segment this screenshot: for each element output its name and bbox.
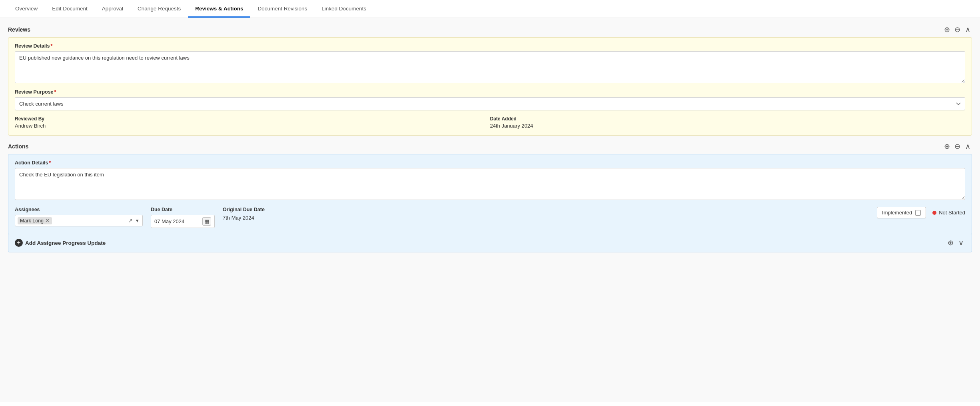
tab-change-requests[interactable]: Change Requests <box>130 0 188 18</box>
reviewed-by-label: Reviewed By <box>15 116 490 122</box>
action-fields-row: Assignees Mark Long ✕ ↗ ▾ Due Date 07 Ma… <box>15 207 965 228</box>
date-added-value: 24th January 2024 <box>490 123 966 129</box>
reviewed-by-value: Andrew Birch <box>15 123 490 129</box>
reviews-collapse-button[interactable]: ∧ <box>963 25 972 34</box>
implemented-label: Implemented <box>882 210 912 216</box>
tab-reviews-actions[interactable]: Reviews & Actions <box>188 0 250 18</box>
date-added-item: Date Added 24th January 2024 <box>490 116 966 129</box>
review-purpose-label: Review Purpose* <box>15 89 965 95</box>
progress-collapse-button[interactable]: ∨ <box>956 238 965 247</box>
add-progress-label: Add Assignee Progress Update <box>25 240 106 246</box>
due-date-value: 07 May 2024 <box>154 218 199 224</box>
assignee-name: Mark Long <box>20 218 44 224</box>
original-due-date-value: 7th May 2024 <box>223 215 303 221</box>
status-label: Not Started <box>939 210 965 216</box>
actions-section-title: Actions <box>8 143 28 150</box>
review-meta: Reviewed By Andrew Birch Date Added 24th… <box>15 116 965 129</box>
due-date-label: Due Date <box>151 207 215 212</box>
reviews-remove-button[interactable]: ⊖ <box>953 25 962 34</box>
original-due-date-label: Original Due Date <box>223 207 303 212</box>
reviews-section-header: Reviews ⊕ ⊖ ∧ <box>8 25 972 34</box>
status-block: Implemented Not Started <box>311 207 965 218</box>
review-details-textarea[interactable]: EU published new guidance on this regula… <box>15 51 965 83</box>
actions-add-button[interactable]: ⊕ <box>942 142 951 151</box>
review-details-label: Review Details* <box>15 43 965 49</box>
actions-section-header: Actions ⊕ ⊖ ∧ <box>8 142 972 151</box>
tab-edit-document[interactable]: Edit Document <box>45 0 95 18</box>
assignee-dropdown-button[interactable]: ▾ <box>135 217 140 224</box>
assignee-external-link-button[interactable]: ↗ <box>127 217 134 224</box>
calendar-button[interactable]: ▦ <box>202 217 211 226</box>
action-panel: Action Details* Check the EU legislation… <box>8 154 972 235</box>
reviews-section-title: Reviews <box>8 26 30 33</box>
review-panel: Review Details* EU published new guidanc… <box>8 37 972 136</box>
review-purpose-select[interactable]: Check current laws <box>15 97 965 110</box>
actions-section-controls: ⊕ ⊖ ∧ <box>942 142 972 151</box>
progress-header: + Add Assignee Progress Update ⊕ ∨ <box>15 238 965 247</box>
tab-document-revisions[interactable]: Document Revisions <box>250 0 314 18</box>
assignees-block: Assignees Mark Long ✕ ↗ ▾ <box>15 207 143 226</box>
tab-linked-documents[interactable]: Linked Documents <box>314 0 373 18</box>
assignee-input-wrapper[interactable]: Mark Long ✕ ↗ ▾ <box>15 215 143 226</box>
progress-add-button[interactable]: ⊕ <box>946 238 955 247</box>
status-indicator: Not Started <box>932 210 965 216</box>
assignee-remove-icon[interactable]: ✕ <box>45 218 50 223</box>
date-added-label: Date Added <box>490 116 966 122</box>
action-details-textarea[interactable]: Check the EU legislation on this item <box>15 168 965 200</box>
tab-approval[interactable]: Approval <box>95 0 130 18</box>
reviews-add-button[interactable]: ⊕ <box>942 25 951 34</box>
progress-ctrl-buttons: ⊕ ∨ <box>946 238 965 247</box>
add-progress-button[interactable]: + Add Assignee Progress Update <box>15 239 106 247</box>
reviewed-by-item: Reviewed By Andrew Birch <box>15 116 490 129</box>
main-content: Reviews ⊕ ⊖ ∧ Review Details* EU publish… <box>0 18 980 402</box>
actions-collapse-button[interactable]: ∧ <box>963 142 972 151</box>
assignee-tag: Mark Long ✕ <box>18 217 52 224</box>
reviews-section-controls: ⊕ ⊖ ∧ <box>942 25 972 34</box>
original-due-block: Original Due Date 7th May 2024 <box>223 207 303 221</box>
implemented-button[interactable]: Implemented <box>877 207 926 218</box>
assignee-actions: ↗ ▾ <box>127 217 140 224</box>
assignees-label: Assignees <box>15 207 143 212</box>
review-details-group: Review Details* EU published new guidanc… <box>15 43 965 84</box>
due-date-input-wrapper[interactable]: 07 May 2024 ▦ <box>151 215 215 228</box>
review-purpose-group: Review Purpose* Check current laws <box>15 89 965 110</box>
action-details-group: Action Details* Check the EU legislation… <box>15 160 965 201</box>
add-progress-icon: + <box>15 239 23 247</box>
action-details-label: Action Details* <box>15 160 965 166</box>
implemented-checkbox[interactable] <box>915 210 921 216</box>
status-dot-icon <box>932 211 936 215</box>
due-date-block: Due Date 07 May 2024 ▦ <box>151 207 215 228</box>
top-nav: OverviewEdit DocumentApprovalChange Requ… <box>0 0 980 18</box>
actions-remove-button[interactable]: ⊖ <box>953 142 962 151</box>
progress-section: + Add Assignee Progress Update ⊕ ∨ <box>8 234 972 252</box>
tab-overview[interactable]: Overview <box>8 0 45 18</box>
